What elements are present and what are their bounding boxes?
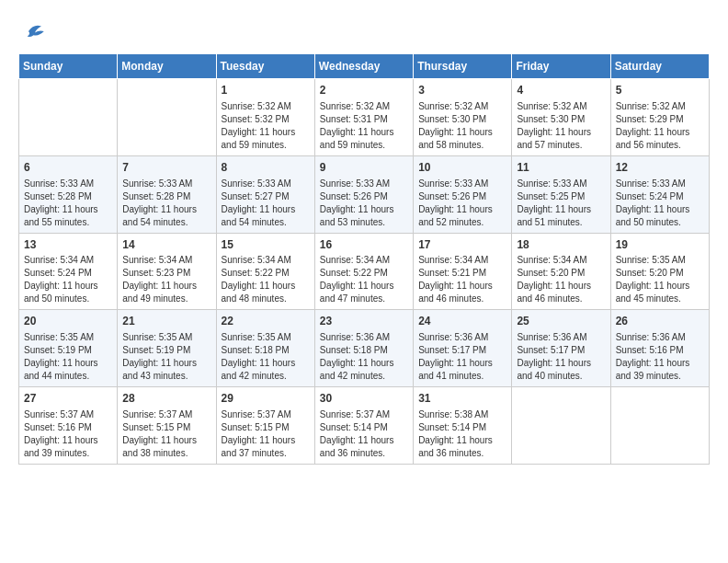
calendar-cell: 25Sunrise: 5:36 AM Sunset: 5:17 PM Dayli… [512,310,610,387]
day-info: Sunrise: 5:35 AM Sunset: 5:18 PM Dayligh… [222,331,310,383]
day-number: 16 [320,237,408,253]
calendar-cell: 6Sunrise: 5:33 AM Sunset: 5:28 PM Daylig… [19,155,118,233]
weekday-header-row: SundayMondayTuesdayWednesdayThursdayFrid… [19,54,710,79]
day-number: 6 [24,160,112,176]
calendar-cell: 9Sunrise: 5:33 AM Sunset: 5:26 PM Daylig… [314,155,413,233]
day-number: 9 [320,160,408,176]
day-number: 14 [122,237,210,253]
calendar-cell [19,79,118,156]
calendar-cell: 5Sunrise: 5:32 AM Sunset: 5:29 PM Daylig… [610,79,709,156]
calendar-cell: 20Sunrise: 5:35 AM Sunset: 5:19 PM Dayli… [19,310,118,387]
calendar-table: SundayMondayTuesdayWednesdayThursdayFrid… [18,53,710,465]
day-info: Sunrise: 5:33 AM Sunset: 5:26 PM Dayligh… [320,178,408,229]
day-number: 4 [517,83,605,98]
day-number: 30 [320,391,408,407]
calendar-cell: 8Sunrise: 5:33 AM Sunset: 5:27 PM Daylig… [216,155,314,233]
calendar-cell [610,387,709,465]
day-number: 5 [616,83,704,98]
day-info: Sunrise: 5:35 AM Sunset: 5:20 PM Dayligh… [616,254,704,305]
calendar-cell: 14Sunrise: 5:34 AM Sunset: 5:23 PM Dayli… [118,233,216,310]
calendar-week-row: 13Sunrise: 5:34 AM Sunset: 5:24 PM Dayli… [19,233,710,310]
calendar-cell: 12Sunrise: 5:33 AM Sunset: 5:24 PM Dayli… [610,155,709,233]
calendar-cell: 16Sunrise: 5:34 AM Sunset: 5:22 PM Dayli… [314,233,413,310]
day-number: 23 [320,314,408,329]
calendar-week-row: 27Sunrise: 5:37 AM Sunset: 5:16 PM Dayli… [19,387,710,465]
calendar-cell: 7Sunrise: 5:33 AM Sunset: 5:28 PM Daylig… [118,155,216,233]
day-number: 21 [122,314,210,329]
day-number: 25 [517,314,605,329]
weekday-header-saturday: Saturday [610,54,709,79]
logo-bird-icon [22,18,48,44]
day-number: 15 [222,237,310,253]
day-info: Sunrise: 5:34 AM Sunset: 5:21 PM Dayligh… [418,254,506,305]
day-info: Sunrise: 5:32 AM Sunset: 5:30 PM Dayligh… [517,100,605,152]
calendar-cell: 15Sunrise: 5:34 AM Sunset: 5:22 PM Dayli… [216,233,314,310]
day-info: Sunrise: 5:34 AM Sunset: 5:22 PM Dayligh… [222,254,310,305]
calendar-cell: 23Sunrise: 5:36 AM Sunset: 5:18 PM Dayli… [314,310,413,387]
day-number: 18 [517,237,605,253]
day-info: Sunrise: 5:32 AM Sunset: 5:32 PM Dayligh… [222,100,310,152]
calendar-cell [118,79,216,156]
day-number: 26 [616,314,704,329]
day-number: 24 [418,314,506,329]
weekday-header-tuesday: Tuesday [216,54,314,79]
day-info: Sunrise: 5:37 AM Sunset: 5:14 PM Dayligh… [320,408,408,460]
page-header [18,18,710,44]
day-number: 19 [616,237,704,253]
day-info: Sunrise: 5:35 AM Sunset: 5:19 PM Dayligh… [122,331,210,383]
day-number: 8 [222,160,310,176]
day-info: Sunrise: 5:33 AM Sunset: 5:27 PM Dayligh… [222,178,310,229]
calendar-cell: 11Sunrise: 5:33 AM Sunset: 5:25 PM Dayli… [512,155,610,233]
day-info: Sunrise: 5:36 AM Sunset: 5:17 PM Dayligh… [418,331,506,383]
weekday-header-monday: Monday [118,54,216,79]
day-info: Sunrise: 5:36 AM Sunset: 5:16 PM Dayligh… [616,331,704,383]
day-number: 7 [122,160,210,176]
calendar-cell: 4Sunrise: 5:32 AM Sunset: 5:30 PM Daylig… [512,79,610,156]
calendar-cell: 21Sunrise: 5:35 AM Sunset: 5:19 PM Dayli… [118,310,216,387]
day-info: Sunrise: 5:35 AM Sunset: 5:19 PM Dayligh… [24,331,112,383]
day-number: 28 [122,391,210,407]
calendar-cell [512,387,610,465]
calendar-week-row: 1Sunrise: 5:32 AM Sunset: 5:32 PM Daylig… [19,79,710,156]
day-info: Sunrise: 5:32 AM Sunset: 5:31 PM Dayligh… [320,100,408,152]
weekday-header-thursday: Thursday [414,54,512,79]
day-info: Sunrise: 5:33 AM Sunset: 5:25 PM Dayligh… [517,178,605,229]
day-info: Sunrise: 5:32 AM Sunset: 5:29 PM Dayligh… [616,100,704,152]
day-number: 27 [24,391,112,407]
day-info: Sunrise: 5:32 AM Sunset: 5:30 PM Dayligh… [418,100,506,152]
day-info: Sunrise: 5:33 AM Sunset: 5:26 PM Dayligh… [418,178,506,229]
calendar-cell: 13Sunrise: 5:34 AM Sunset: 5:24 PM Dayli… [19,233,118,310]
day-info: Sunrise: 5:34 AM Sunset: 5:20 PM Dayligh… [517,254,605,305]
calendar-cell: 26Sunrise: 5:36 AM Sunset: 5:16 PM Dayli… [610,310,709,387]
day-number: 2 [320,83,408,98]
logo [18,18,48,44]
day-info: Sunrise: 5:34 AM Sunset: 5:22 PM Dayligh… [320,254,408,305]
day-number: 17 [418,237,506,253]
calendar-cell: 24Sunrise: 5:36 AM Sunset: 5:17 PM Dayli… [414,310,512,387]
day-info: Sunrise: 5:36 AM Sunset: 5:18 PM Dayligh… [320,331,408,383]
calendar-cell: 3Sunrise: 5:32 AM Sunset: 5:30 PM Daylig… [414,79,512,156]
calendar-cell: 2Sunrise: 5:32 AM Sunset: 5:31 PM Daylig… [314,79,413,156]
day-number: 29 [222,391,310,407]
day-number: 20 [24,314,112,329]
calendar-cell: 28Sunrise: 5:37 AM Sunset: 5:15 PM Dayli… [118,387,216,465]
day-info: Sunrise: 5:37 AM Sunset: 5:16 PM Dayligh… [24,408,112,460]
weekday-header-sunday: Sunday [19,54,118,79]
day-number: 1 [222,83,310,98]
day-info: Sunrise: 5:33 AM Sunset: 5:24 PM Dayligh… [616,178,704,229]
day-info: Sunrise: 5:33 AM Sunset: 5:28 PM Dayligh… [122,178,210,229]
day-number: 31 [418,391,506,407]
calendar-cell: 22Sunrise: 5:35 AM Sunset: 5:18 PM Dayli… [216,310,314,387]
calendar-cell: 19Sunrise: 5:35 AM Sunset: 5:20 PM Dayli… [610,233,709,310]
day-number: 22 [222,314,310,329]
calendar-cell: 29Sunrise: 5:37 AM Sunset: 5:15 PM Dayli… [216,387,314,465]
day-info: Sunrise: 5:37 AM Sunset: 5:15 PM Dayligh… [122,408,210,460]
day-number: 3 [418,83,506,98]
calendar-cell: 18Sunrise: 5:34 AM Sunset: 5:20 PM Dayli… [512,233,610,310]
day-number: 12 [616,160,704,176]
calendar-cell: 17Sunrise: 5:34 AM Sunset: 5:21 PM Dayli… [414,233,512,310]
day-info: Sunrise: 5:34 AM Sunset: 5:23 PM Dayligh… [122,254,210,305]
calendar-cell: 10Sunrise: 5:33 AM Sunset: 5:26 PM Dayli… [414,155,512,233]
calendar-cell: 27Sunrise: 5:37 AM Sunset: 5:16 PM Dayli… [19,387,118,465]
weekday-header-friday: Friday [512,54,610,79]
